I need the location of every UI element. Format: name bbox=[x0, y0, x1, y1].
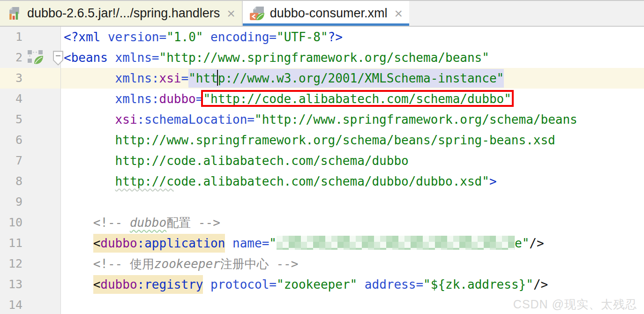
code-token: /> bbox=[533, 277, 548, 292]
line-number: 4 bbox=[0, 89, 22, 109]
gutter[interactable]: 5 bbox=[0, 109, 61, 130]
code-token bbox=[64, 257, 93, 271]
tag-usage-highlight: < bbox=[93, 234, 101, 253]
code-token: "${zk.address}" bbox=[423, 277, 533, 292]
code-token: address= bbox=[357, 277, 423, 292]
gutter[interactable]: 4 bbox=[0, 89, 61, 109]
code-token bbox=[64, 71, 115, 85]
code-token: " bbox=[269, 236, 277, 250]
code-token bbox=[64, 174, 115, 188]
line-number: 10 bbox=[0, 212, 22, 233]
code-token: <beans bbox=[64, 51, 108, 65]
code-text[interactable]: xmlns:xsi="http://www.w3.org/2001/XMLSch… bbox=[61, 68, 644, 89]
tab-label: dubbo-consumer.xml bbox=[270, 6, 388, 21]
code-token: http://code.alibabatech.com/schema/dubbo bbox=[115, 154, 409, 168]
gutter[interactable]: 1 bbox=[0, 27, 61, 47]
fold-collapse-icon[interactable] bbox=[52, 51, 64, 72]
code-text[interactable]: <!-- dubbo配置 --> bbox=[61, 212, 644, 233]
code-token bbox=[64, 236, 93, 250]
gutter[interactable]: 12 bbox=[0, 254, 61, 274]
code-text[interactable]: http://www.springframework.org/schema/be… bbox=[61, 130, 644, 150]
code-text[interactable]: http://code.alibabatech.com/schema/dubbo… bbox=[61, 171, 644, 192]
code-line[interactable]: 2<beans xmlns="http://www.springframewor… bbox=[0, 47, 644, 68]
code-line[interactable]: 13 <dubbo:registry protocol="zookeeper" … bbox=[0, 274, 644, 295]
line-number: 2 bbox=[0, 47, 22, 68]
code-token: xsi bbox=[115, 112, 137, 127]
gutter[interactable]: 3 bbox=[0, 68, 61, 89]
code-token: 配置 --> bbox=[166, 216, 220, 230]
gutter[interactable]: 13 bbox=[0, 274, 61, 295]
code-text[interactable] bbox=[61, 192, 644, 212]
tab-spring-handlers[interactable]: dubbo-2.6.5.jar!/.../spring.handlers × bbox=[0, 1, 242, 26]
code-text[interactable]: <dubbo:application name="e"/> bbox=[61, 233, 644, 254]
code-text[interactable]: <beans xmlns="http://www.springframework… bbox=[61, 47, 644, 68]
tag-usage-highlight: :registry bbox=[137, 275, 203, 294]
close-icon[interactable]: × bbox=[394, 7, 403, 21]
code-line[interactable]: 9 bbox=[0, 192, 644, 212]
line-number: 12 bbox=[0, 254, 22, 274]
code-token: encoding= bbox=[203, 30, 277, 44]
code-token: <?xml bbox=[64, 30, 100, 44]
line-number: 14 bbox=[0, 295, 22, 314]
code-text[interactable]: <dubbo:registry protocol="zookeeper" add… bbox=[61, 274, 644, 295]
code-token: xmlns: bbox=[115, 71, 159, 85]
code-token: = bbox=[181, 71, 188, 85]
line-number: 11 bbox=[0, 233, 22, 254]
selection-highlight: "htt bbox=[188, 69, 218, 88]
line-number: 1 bbox=[0, 27, 22, 47]
code-text[interactable]: <?xml version="1.0" encoding="UTF-8"?> bbox=[61, 27, 644, 47]
line-number: 13 bbox=[0, 274, 22, 295]
tab-dubbo-consumer[interactable]: dubbo-consumer.xml × bbox=[242, 1, 409, 26]
line-number: 7 bbox=[0, 150, 22, 171]
code-line[interactable]: 1<?xml version="1.0" encoding="UTF-8"?> bbox=[0, 27, 644, 47]
line-number: 3 bbox=[0, 68, 22, 89]
code-token: xsi bbox=[159, 71, 181, 85]
jar-file-icon bbox=[7, 6, 22, 21]
close-icon[interactable]: × bbox=[227, 7, 235, 21]
code-line[interactable]: 11 <dubbo:application name="e"/> bbox=[0, 233, 644, 254]
editor-tab-bar: dubbo-2.6.5.jar!/.../spring.handlers × d… bbox=[0, 0, 644, 27]
code-line[interactable]: 7 http://code.alibabatech.com/schema/dub… bbox=[0, 150, 644, 171]
code-text[interactable]: xsi:schemaLocation="http://www.springfra… bbox=[61, 109, 644, 130]
code-token: "UTF-8" bbox=[277, 30, 328, 44]
gutter[interactable]: 8 bbox=[0, 171, 61, 192]
gutter[interactable]: 6 bbox=[0, 130, 61, 150]
gutter[interactable]: 14 bbox=[0, 295, 61, 314]
tag-usage-highlight: dubbo bbox=[100, 275, 137, 294]
code-token: zookeeper bbox=[154, 257, 220, 271]
code-editor[interactable]: 1<?xml version="1.0" encoding="UTF-8"?>2… bbox=[0, 27, 644, 314]
code-text[interactable]: xmlns:dubbo="http://code.alibabatech.com… bbox=[61, 89, 644, 109]
code-token: "http://www.springframework.org/schema/b… bbox=[255, 112, 577, 127]
code-line[interactable]: 4 xmlns:dubbo="http://code.alibabatech.c… bbox=[0, 89, 644, 109]
code-line[interactable]: 6 http://www.springframework.org/schema/… bbox=[0, 130, 644, 150]
line-number: 5 bbox=[0, 109, 22, 130]
tab-label: dubbo-2.6.5.jar!/.../spring.handlers bbox=[27, 6, 220, 21]
code-token: "http://www.springframework.org/schema/b… bbox=[159, 51, 489, 65]
code-token: version= bbox=[100, 30, 166, 44]
code-line[interactable]: 8 http://code.alibabatech.com/schema/dub… bbox=[0, 171, 644, 192]
code-token: > bbox=[489, 174, 497, 188]
code-text[interactable]: http://code.alibabatech.com/schema/dubbo bbox=[61, 150, 644, 171]
tab-bar-empty-space bbox=[409, 1, 644, 26]
gutter[interactable]: 7 bbox=[0, 150, 61, 171]
code-line[interactable]: 3 xmlns:xsi="http://www.w3.org/2001/XMLS… bbox=[0, 68, 644, 89]
code-token bbox=[64, 216, 93, 230]
code-line[interactable]: 5 xsi:schemaLocation="http://www.springf… bbox=[0, 109, 644, 130]
selection-highlight: p://www.w3.org/2001/XMLSchema-instance" bbox=[218, 69, 504, 88]
code-line[interactable]: 10 <!-- dubbo配置 --> bbox=[0, 212, 644, 233]
code-token: = bbox=[196, 92, 203, 106]
gutter[interactable]: 11 bbox=[0, 233, 61, 254]
spring-xml-file-icon bbox=[249, 6, 265, 21]
redacted-mosaic bbox=[277, 236, 515, 250]
gutter[interactable]: 9 bbox=[0, 192, 61, 212]
gutter[interactable]: 2 bbox=[0, 47, 61, 68]
code-token: ?> bbox=[328, 30, 343, 44]
code-token bbox=[64, 112, 115, 127]
code-text[interactable]: <!-- 使用zookeeper注册中心 --> bbox=[61, 254, 644, 274]
code-token bbox=[64, 133, 115, 147]
code-token bbox=[64, 154, 115, 168]
line-number: 9 bbox=[0, 192, 22, 212]
code-line[interactable]: 12 <!-- 使用zookeeper注册中心 --> bbox=[0, 254, 644, 274]
gutter[interactable]: 10 bbox=[0, 212, 61, 233]
code-token: http://c bbox=[115, 174, 174, 188]
